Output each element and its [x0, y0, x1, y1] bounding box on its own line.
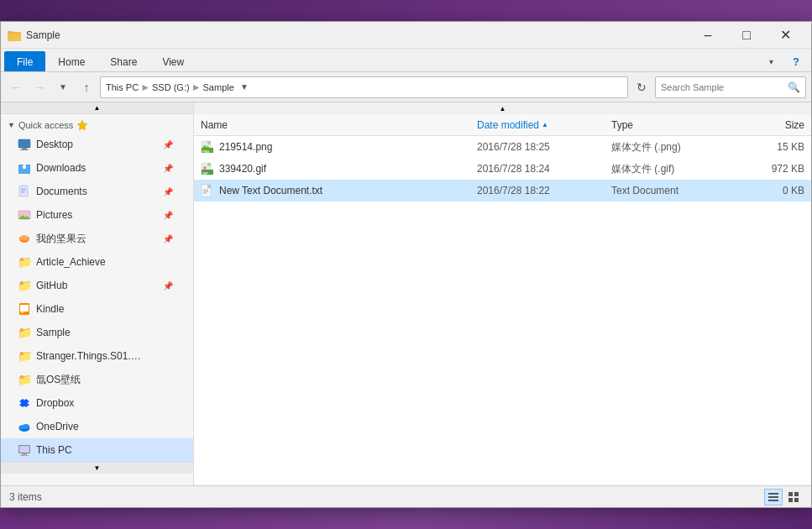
refresh-button[interactable]: ↻: [631, 77, 652, 97]
github-pin-icon: 📌: [163, 281, 173, 291]
svg-rect-11: [24, 165, 26, 169]
file-row-339420[interactable]: GIF 339420.gif 2016/7/28 18:24 媒体文件 (.gi…: [194, 158, 811, 180]
sidebar-item-dropbox-label: Dropbox: [36, 397, 186, 409]
txt-icon-new-text-doc: [201, 184, 214, 197]
downloads-icon: [18, 161, 31, 175]
desktop-icon: [18, 138, 31, 151]
kindle-icon: [18, 302, 31, 316]
svg-point-24: [21, 235, 28, 240]
recent-locations-button[interactable]: ▼: [53, 77, 73, 97]
ribbon-tabs: File Home Share View ▾ ?: [1, 49, 811, 72]
sidebar-scroll-up[interactable]: ▲: [1, 102, 193, 114]
sidebar-item-this-pc[interactable]: This PC: [1, 438, 193, 462]
stranger-things-icon: 📁: [18, 349, 31, 363]
sidebar-item-article-achieve-label: Article_Achieve: [36, 256, 186, 268]
svg-rect-60: [768, 500, 778, 501]
svg-rect-37: [19, 446, 29, 453]
sidebar-item-kindle[interactable]: Kindle: [1, 297, 193, 321]
svg-rect-7: [20, 149, 29, 150]
sidebar-item-qiyun-label: 氙OS壁纸: [36, 373, 186, 387]
sidebar-item-onedrive[interactable]: OneDrive: [1, 415, 193, 438]
sidebar-item-qiyun[interactable]: 📁 氙OS壁纸: [1, 368, 193, 391]
desktop-svg: [18, 138, 31, 151]
svg-rect-38: [22, 453, 27, 455]
ribbon-collapse-button[interactable]: ▾: [759, 53, 783, 70]
file-size-219514: 15 KB: [737, 141, 804, 153]
maximize-button[interactable]: □: [727, 22, 766, 49]
file-name-new-text-doc: New Text Document.txt: [201, 184, 477, 197]
file-size-339420: 972 KB: [737, 163, 804, 175]
col-header-size[interactable]: Size: [737, 119, 804, 131]
sidebar-item-sample[interactable]: 📁 Sample: [1, 321, 193, 344]
svg-rect-48: [207, 163, 211, 166]
documents-icon: [18, 185, 31, 198]
breadcrumb-dropdown-button[interactable]: ▼: [234, 76, 254, 98]
minimize-button[interactable]: –: [689, 22, 727, 49]
sidebar-item-jianguoyun[interactable]: 我的坚果云 📌: [1, 227, 193, 250]
png-icon-219514: PNG: [201, 140, 214, 154]
sidebar-item-github[interactable]: 📁 GitHub 📌: [1, 274, 193, 297]
help-button[interactable]: ?: [784, 53, 808, 70]
file-type-339420: 媒体文件 (.gif): [611, 162, 737, 176]
ssd-label: SSD (G:): [152, 82, 190, 92]
file-area-scroll-up[interactable]: ▲: [194, 102, 811, 114]
breadcrumb-item-sample: Sample: [203, 82, 234, 92]
sidebar-item-desktop[interactable]: Desktop 📌: [1, 133, 193, 156]
sidebar-scroll-down[interactable]: ▼: [1, 462, 193, 474]
tab-file[interactable]: File: [4, 51, 45, 71]
search-icon: 🔍: [788, 81, 800, 93]
sidebar-item-stranger-things-label: Stranger.Things.S01.720p.N: [36, 350, 145, 362]
tab-home[interactable]: Home: [45, 51, 97, 71]
tab-view[interactable]: View: [149, 51, 196, 71]
github-icon: 📁: [18, 279, 31, 292]
sidebar-item-downloads[interactable]: Downloads 📌: [1, 156, 193, 180]
onedrive-svg: [18, 420, 31, 433]
sidebar-item-stranger-things[interactable]: 📁 Stranger.Things.S01.720p.N: [1, 344, 193, 368]
gif-icon-339420: GIF: [201, 162, 214, 175]
file-row-219514[interactable]: PNG 219514.png 2016/7/28 18:25 媒体文件 (.pn…: [194, 136, 811, 158]
sidebar: ▲ ▼ Quick access D: [1, 102, 194, 485]
sidebar-item-article-achieve[interactable]: 📁 Article_Achieve: [1, 250, 193, 274]
dropbox-icon: [18, 396, 31, 410]
article-achieve-icon: 📁: [18, 255, 31, 269]
qiyun-icon: 📁: [18, 373, 31, 386]
up-button[interactable]: ↑: [76, 77, 97, 97]
svg-text:PNG: PNG: [202, 149, 210, 154]
documents-svg: [18, 185, 31, 198]
file-row-new-text-doc[interactable]: New Text Document.txt 2016/7/28 18:22 Te…: [194, 180, 811, 202]
svg-rect-58: [768, 493, 778, 495]
sidebar-item-sample-label: Sample: [36, 327, 186, 338]
svg-rect-59: [768, 496, 778, 498]
large-icons-view-icon: [788, 491, 799, 503]
quick-access-label: Quick access: [18, 120, 73, 130]
breadcrumb[interactable]: This PC ► SSD (G:) ► Sample ▼: [100, 76, 628, 98]
close-button[interactable]: ✕: [766, 22, 804, 49]
svg-rect-1: [8, 33, 21, 41]
tab-share[interactable]: Share: [97, 51, 149, 71]
svg-rect-2: [8, 31, 13, 34]
forward-button[interactable]: →: [29, 77, 50, 97]
breadcrumb-sep-1: ►: [140, 81, 150, 93]
search-input[interactable]: [661, 82, 784, 92]
large-icons-view-button[interactable]: [784, 489, 803, 505]
col-header-type[interactable]: Type: [611, 119, 737, 131]
status-bar: 3 items: [1, 485, 811, 507]
details-view-button[interactable]: [764, 489, 783, 505]
svg-rect-61: [788, 492, 793, 496]
col-header-name[interactable]: Name: [201, 119, 477, 131]
back-button[interactable]: ←: [6, 77, 26, 97]
desktop-pin-icon: 📌: [163, 140, 173, 149]
sidebar-item-pictures[interactable]: Pictures 📌: [1, 203, 193, 227]
sidebar-item-kindle-label: Kindle: [36, 303, 186, 315]
svg-point-19: [21, 213, 24, 216]
sidebar-item-documents[interactable]: Documents 📌: [1, 180, 193, 203]
svg-rect-41: [207, 141, 211, 144]
col-header-date[interactable]: Date modified ▲: [477, 119, 611, 131]
explorer-window: Sample – □ ✕ File Home Share View ▾ ? ← …: [0, 21, 812, 508]
svg-rect-4: [18, 139, 30, 148]
file-date-new-text-doc: 2016/7/28 18:22: [477, 185, 611, 196]
this-pc-label: This PC: [106, 82, 139, 92]
file-type-219514: 媒体文件 (.png): [611, 140, 737, 155]
filename-new-text-doc: New Text Document.txt: [219, 185, 322, 196]
sidebar-item-dropbox[interactable]: Dropbox: [1, 391, 193, 415]
